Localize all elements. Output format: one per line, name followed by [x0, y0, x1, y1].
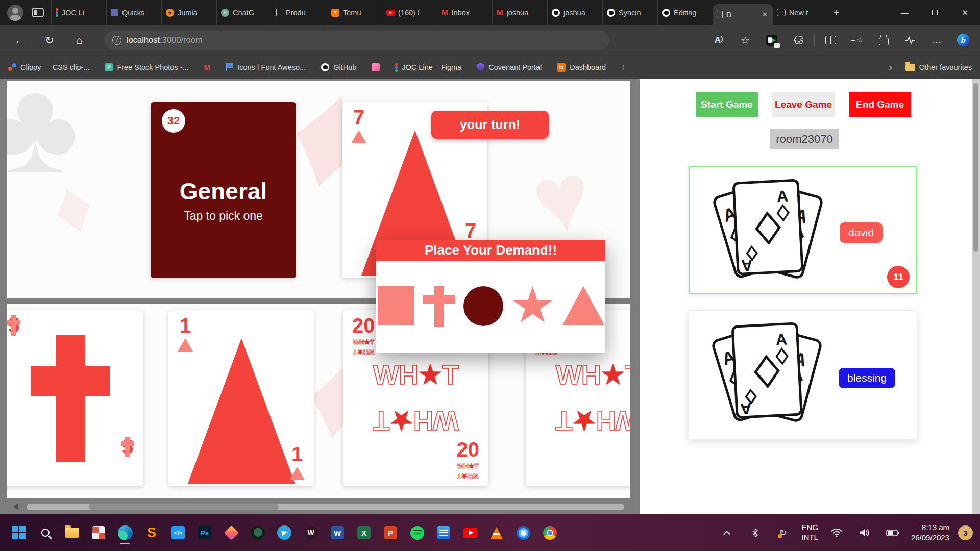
- read-aloud-button[interactable]: A): [708, 30, 729, 51]
- language-indicator[interactable]: ENGINTL: [801, 523, 818, 542]
- taskbar-word[interactable]: [328, 519, 347, 546]
- tab-new[interactable]: New t: [773, 0, 828, 25]
- home-button[interactable]: ⌂: [68, 30, 90, 51]
- scrollbar-thumb[interactable]: [973, 83, 978, 252]
- split-screen-button[interactable]: [820, 30, 841, 51]
- taskbar-design-app[interactable]: [222, 519, 241, 546]
- bookmark-pink-avatar[interactable]: [372, 63, 380, 71]
- taskbar-edge[interactable]: [115, 519, 135, 546]
- bookmark-dashboard[interactable]: Dashboard: [557, 63, 606, 72]
- address-bar[interactable]: i localhost:3000/room: [104, 31, 609, 50]
- hand-card-1-triangle[interactable]: 1 1: [168, 310, 314, 486]
- browser-essentials-button[interactable]: [899, 30, 921, 51]
- taskbar-search[interactable]: [36, 519, 55, 546]
- taskbar-green-app[interactable]: [248, 519, 267, 546]
- end-game-button[interactable]: End Game: [849, 92, 911, 117]
- tab-active-room[interactable]: D ✕: [713, 4, 773, 25]
- page-scrollbar[interactable]: [972, 79, 980, 514]
- sync-status-button[interactable]: [773, 519, 793, 546]
- tab-temu[interactable]: Temu: [327, 0, 382, 25]
- tab-joc-figma[interactable]: JOC Li: [51, 0, 106, 25]
- demand-triangle-button[interactable]: [562, 286, 604, 325]
- taskbar-chrome[interactable]: [540, 519, 559, 546]
- profile-avatar[interactable]: [7, 5, 23, 21]
- site-info-icon[interactable]: i: [112, 36, 121, 45]
- hand-scrollbar[interactable]: [7, 498, 630, 514]
- bookmarks-overflow-chevron[interactable]: ›: [889, 62, 892, 73]
- telegram-icon: [277, 525, 291, 540]
- close-tab-icon[interactable]: ✕: [761, 11, 769, 18]
- favorite-star-button[interactable]: ☆: [734, 30, 756, 51]
- tab-github-syncing[interactable]: Syncin: [602, 0, 657, 25]
- battery-button[interactable]: [883, 519, 902, 546]
- clock[interactable]: 8:13 am26/09/2023: [911, 522, 949, 543]
- bookmark-joc-figma[interactable]: JOC Line – Figma: [395, 63, 461, 72]
- tab-produ[interactable]: Produ: [272, 0, 327, 25]
- volume-button[interactable]: [855, 519, 874, 546]
- bookmark-covenant-portal[interactable]: Covenant Portal: [477, 63, 542, 72]
- taskbar-vscode[interactable]: [168, 519, 188, 546]
- taskbar-reader-app[interactable]: [434, 519, 453, 546]
- taskbar-store-app[interactable]: [89, 519, 108, 546]
- tab-jumia[interactable]: Jumia: [161, 0, 216, 25]
- notification-badge[interactable]: 3: [958, 525, 973, 540]
- taskbar-telegram[interactable]: [275, 519, 294, 546]
- powerpoint-icon: [384, 526, 397, 539]
- browser-tab-bar: JOC Li Quicks Jumia ChatG Produ Temu (16…: [0, 0, 980, 25]
- taskbar-excel[interactable]: [354, 519, 374, 546]
- refresh-button[interactable]: ↻: [39, 30, 60, 51]
- demand-circle-button[interactable]: [463, 286, 503, 326]
- hand-card-5-cross[interactable]: 5 5: [7, 310, 143, 486]
- taskbar-file-explorer[interactable]: [62, 519, 82, 546]
- demand-star-button[interactable]: [512, 286, 554, 326]
- tab-inbox[interactable]: Inbox: [437, 0, 492, 25]
- taskbar-spotify[interactable]: [407, 519, 427, 546]
- start-button[interactable]: [9, 519, 29, 546]
- taskbar-photoshop[interactable]: [195, 519, 214, 546]
- collections-button[interactable]: [873, 30, 894, 51]
- url-text: localhost:3000/room: [127, 35, 203, 45]
- settings-menu-button[interactable]: …: [926, 30, 947, 51]
- bookmark-gmail[interactable]: [204, 63, 211, 72]
- bookmark-stock-photos[interactable]: Free Stock Photos -...: [105, 63, 188, 71]
- workspace-icon[interactable]: [32, 8, 44, 17]
- tab-gmail-joshua[interactable]: joshua: [492, 0, 547, 25]
- extension-shortcut-button[interactable]: [761, 30, 782, 51]
- copilot-button[interactable]: [952, 30, 974, 51]
- maximize-button[interactable]: [920, 0, 950, 25]
- taskbar-photos[interactable]: [513, 519, 533, 546]
- extensions-button[interactable]: [788, 30, 809, 51]
- taskbar-sublime[interactable]: [142, 519, 161, 546]
- other-favourites[interactable]: Other favourites: [905, 63, 972, 71]
- scrollbar-track[interactable]: [27, 504, 624, 510]
- tab-github-joshua[interactable]: joshua: [547, 0, 602, 25]
- tab-youtube[interactable]: (160) I: [382, 0, 437, 25]
- close-window-button[interactable]: ✕: [950, 0, 980, 25]
- scroll-left-arrow-icon[interactable]: [13, 503, 18, 510]
- start-game-button[interactable]: Start Game: [696, 92, 758, 117]
- tab-github-editing[interactable]: Editing: [657, 0, 713, 25]
- general-deck-card[interactable]: 32 General Tap to pick one: [151, 102, 296, 278]
- photos-icon: [517, 526, 530, 540]
- bookmark-clippy[interactable]: Clippy — CSS clip-...: [8, 63, 89, 71]
- bookmark-download[interactable]: [621, 62, 626, 72]
- taskbar-vlc[interactable]: [487, 519, 506, 546]
- back-button[interactable]: ←: [9, 30, 31, 51]
- bookmark-fontawesome[interactable]: Icons | Font Aweso...: [226, 63, 306, 71]
- wifi-button[interactable]: [827, 519, 846, 546]
- taskbar-youtube[interactable]: [460, 519, 480, 546]
- taskbar-w-app[interactable]: [301, 519, 321, 546]
- favorites-button[interactable]: [846, 30, 868, 51]
- minimize-button[interactable]: —: [890, 0, 920, 25]
- demand-cross-button[interactable]: [423, 286, 455, 327]
- scrollbar-thumb[interactable]: [89, 504, 279, 510]
- bookmark-github[interactable]: GitHub: [321, 63, 356, 71]
- tab-chatgpt[interactable]: ChatG: [216, 0, 272, 25]
- taskbar-powerpoint[interactable]: [381, 519, 400, 546]
- bluetooth-button[interactable]: [745, 519, 765, 546]
- tray-overflow-button[interactable]: [717, 519, 737, 546]
- tab-quicks[interactable]: Quicks: [106, 0, 161, 25]
- add-tab-button[interactable]: +: [833, 7, 839, 19]
- demand-square-button[interactable]: [378, 286, 414, 325]
- leave-game-button[interactable]: Leave Game: [772, 92, 835, 117]
